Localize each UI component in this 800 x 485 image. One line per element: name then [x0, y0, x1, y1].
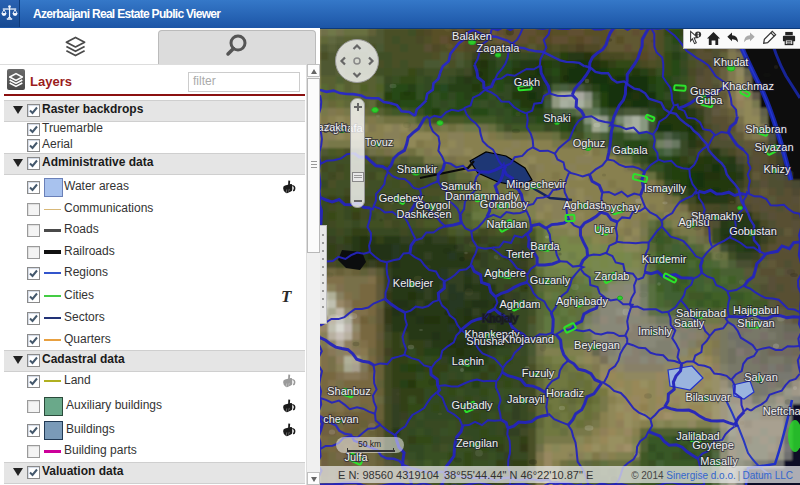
svg-text:Aghdam: Aghdam [500, 298, 541, 310]
svg-text:Barda: Barda [530, 240, 560, 252]
svg-text:Tovuz: Tovuz [365, 136, 394, 148]
svg-text:Gabala: Gabala [612, 144, 648, 156]
svg-text:Beylegan: Beylegan [574, 339, 620, 351]
svg-text:Oghuz: Oghuz [573, 137, 605, 149]
svg-text:Shamkir: Shamkir [397, 163, 438, 175]
svg-text:Neftchala: Neftchala [763, 405, 800, 417]
svg-text:Siyazan: Siyazan [754, 141, 793, 153]
svg-text:Dashkesen: Dashkesen [396, 208, 451, 220]
svg-text:Goytepe: Goytepe [692, 439, 734, 451]
svg-text:Kurdemir: Kurdemir [642, 253, 687, 265]
svg-text:Shanbuz: Shanbuz [327, 385, 370, 397]
svg-text:Ismayilly: Ismayilly [644, 182, 687, 194]
svg-text:Aghjabady: Aghjabady [556, 295, 608, 307]
svg-text:Hajigabul: Hajigabul [733, 304, 779, 316]
svg-text:Gubadly: Gubadly [452, 399, 493, 411]
svg-text:Imishly: Imishly [638, 325, 673, 337]
svg-text:Shaki: Shaki [543, 112, 571, 124]
svg-text:Gobustan: Gobustan [729, 225, 777, 237]
svg-text:Ujar: Ujar [594, 223, 615, 235]
svg-text:Zengilan: Zengilan [456, 437, 498, 449]
svg-text:Shusha: Shusha [466, 335, 504, 347]
svg-text:Guzanly: Guzanly [530, 274, 571, 286]
svg-text:Guba: Guba [696, 94, 724, 106]
svg-text:Mingechevir: Mingechevir [506, 178, 566, 190]
svg-text:Bilasuvar: Bilasuvar [685, 391, 731, 403]
svg-text:Shabran: Shabran [745, 123, 787, 135]
svg-text:Aghdash: Aghdash [563, 199, 606, 211]
svg-text:Saatly: Saatly [674, 317, 705, 329]
svg-text:Fuzuly: Fuzuly [522, 367, 555, 379]
svg-text:Horadiz: Horadiz [546, 387, 584, 399]
svg-text:Khojaly: Khojaly [482, 312, 519, 324]
svg-text:Kelbejer: Kelbejer [393, 277, 434, 289]
svg-text:Zagatala: Zagatala [477, 42, 521, 54]
svg-text:Goranboy: Goranboy [480, 198, 529, 210]
svg-text:Salyan: Salyan [744, 371, 778, 383]
svg-text:Gazakh: Gazakh [320, 121, 347, 133]
svg-text:Zardab: Zardab [595, 270, 630, 282]
svg-text:Aghdere: Aghdere [484, 267, 526, 279]
svg-text:chevan: chevan [323, 413, 358, 425]
svg-text:Khudat: Khudat [714, 56, 749, 68]
svg-text:Khachmaz: Khachmaz [722, 80, 774, 92]
svg-text:Balaken: Balaken [452, 30, 492, 42]
svg-text:Gakh: Gakh [514, 76, 540, 88]
svg-text:Terter: Terter [506, 248, 534, 260]
svg-text:Shirvan: Shirvan [737, 317, 774, 329]
svg-text:Khojavand: Khojavand [502, 333, 554, 345]
svg-text:Jabrayil: Jabrayil [507, 393, 545, 405]
svg-text:Lachin: Lachin [452, 355, 484, 367]
svg-text:Naftalan: Naftalan [487, 218, 528, 230]
svg-text:Khizy: Khizy [764, 163, 791, 175]
svg-text:Aghsu: Aghsu [678, 216, 709, 228]
